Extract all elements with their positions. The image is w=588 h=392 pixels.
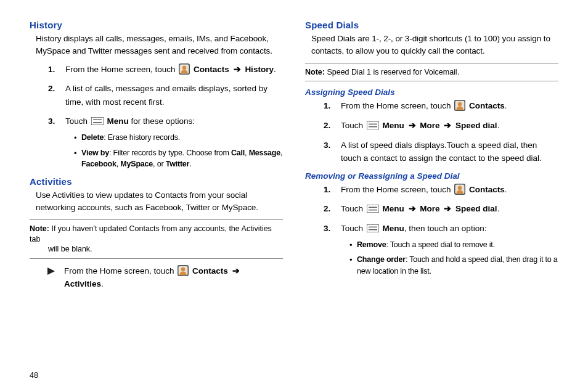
left-column: History History displays all calls, mess…: [30, 20, 283, 290]
removing-steps: From the Home screen, touch Contacts. To…: [330, 183, 558, 277]
option-label: Change order: [357, 255, 406, 264]
history-options: Delete: Erase history records. View by: …: [74, 132, 283, 170]
note-text: Note: If you haven't updated Contacts fr…: [30, 224, 283, 255]
contacts-label: Contacts: [469, 101, 505, 110]
menu-icon: [367, 203, 379, 211]
text-fragment: Touch: [341, 224, 365, 233]
activities-note: Note: If you haven't updated Contacts fr…: [30, 219, 283, 259]
filter-twitter: Twitter: [166, 160, 190, 168]
text-fragment: : Filter records by type. Choose from: [109, 149, 231, 157]
text-fragment: for these options:: [129, 116, 195, 126]
filter-message: Message: [249, 149, 280, 157]
text-fragment: Touch: [65, 116, 90, 126]
history-step-3: Touch Menu for these options: Delete: Er…: [54, 115, 283, 170]
option-label: Remove: [357, 240, 386, 249]
option-viewby: View by: Filter records by type. Choose …: [74, 147, 283, 171]
remove-options: Remove: Touch a speed dial to remove it.…: [349, 239, 558, 277]
activities-heading: Activities: [30, 176, 283, 187]
text-fragment: , then touch an option:: [404, 224, 487, 233]
activities-instruction: From the Home screen, touch Contacts ➔ A…: [47, 265, 283, 290]
note-text: Note: Speed Dial 1 is reserved for Voice…: [305, 67, 558, 78]
remove-step-2: Touch Menu ➔ More ➔ Speed dial.: [330, 202, 558, 216]
text-fragment: , or: [153, 160, 166, 168]
activities-label: Activities: [64, 279, 101, 288]
contacts-label: Contacts: [192, 266, 228, 276]
menu-icon: [91, 116, 104, 124]
history-step-2: A list of calls, messages and emails dis…: [54, 82, 283, 108]
filter-facebook: Facebook: [81, 160, 116, 168]
contacts-icon: [179, 63, 190, 75]
arrow-icon: ➔: [440, 121, 456, 130]
speed-dial-label: Speed dial: [455, 204, 497, 213]
text-fragment: From the Home screen, touch: [64, 266, 176, 276]
speed-note: Note: Speed Dial 1 is reserved for Voice…: [305, 63, 558, 82]
menu-label: Menu: [383, 121, 404, 130]
text-fragment: .: [505, 101, 507, 110]
activities-intro: Use Activities to view updates to Contac…: [36, 189, 283, 214]
menu-label: Menu: [107, 116, 129, 126]
text-fragment: Touch: [341, 204, 365, 213]
option-desc: : Touch a speed dial to remove it.: [386, 240, 494, 249]
text-fragment: From the Home screen, touch: [341, 101, 453, 110]
arrow-icon: ➔: [228, 266, 242, 276]
note-body: If you haven't updated Contacts from any…: [30, 224, 283, 255]
option-label: Delete: [81, 133, 104, 142]
right-column: Speed Dials Speed Dials are 1-, 2-, or 3…: [305, 20, 558, 290]
assign-step-2: Touch Menu ➔ More ➔ Speed dial.: [330, 119, 558, 133]
arrow-icon: ➔: [404, 121, 420, 130]
more-label: More: [420, 121, 439, 130]
more-label: More: [420, 204, 439, 213]
menu-label: Menu: [383, 204, 404, 213]
removing-heading: Removing or Reassigning a Speed Dial: [305, 171, 558, 181]
text-fragment: .: [497, 121, 500, 130]
history-label: History: [245, 65, 274, 74]
contacts-label: Contacts: [469, 185, 505, 194]
arrow-icon: ➔: [440, 204, 456, 213]
note-label: Note:: [305, 68, 327, 76]
contacts-icon: [454, 100, 465, 111]
history-step-1: From the Home screen, touch Contacts ➔ H…: [54, 63, 283, 76]
text-fragment: Touch: [341, 121, 365, 130]
history-steps: From the Home screen, touch Contacts ➔ H…: [54, 63, 283, 171]
menu-label: Menu: [383, 224, 404, 233]
speed-dials-intro: Speed Dials are 1-, 2-, or 3-digit short…: [311, 33, 558, 58]
play-icon: [47, 267, 55, 276]
text-fragment: .: [497, 204, 500, 213]
option-remove: Remove: Touch a speed dial to remove it.: [349, 239, 558, 251]
option-desc: : Erase history records.: [104, 133, 180, 142]
remove-step-1: From the Home screen, touch Contacts.: [330, 183, 558, 197]
arrow-icon: ➔: [404, 204, 420, 213]
contacts-icon: [178, 265, 189, 276]
option-delete: Delete: Erase history records.: [74, 132, 283, 144]
text-fragment: .: [274, 65, 276, 74]
text-fragment: .: [101, 279, 104, 288]
assigning-steps: From the Home screen, touch Contacts. To…: [330, 99, 558, 165]
assign-step-3: A list of speed dials displays.Touch a s…: [330, 139, 558, 165]
option-label: View by: [81, 149, 109, 157]
text-fragment: .: [505, 185, 507, 194]
history-heading: History: [30, 20, 283, 30]
contacts-label: Contacts: [194, 65, 229, 74]
assign-step-1: From the Home screen, touch Contacts.: [330, 99, 558, 113]
instruction-text: From the Home screen, touch Contacts ➔ A…: [64, 265, 283, 290]
speed-dial-label: Speed dial: [455, 121, 497, 130]
filter-call: Call: [231, 149, 245, 157]
page-number: 48: [30, 371, 38, 380]
option-change-order: Change order: Touch and hold a speed dia…: [349, 254, 558, 277]
note-label: Note:: [30, 224, 51, 233]
assigning-heading: Assigning Speed Dials: [305, 88, 558, 97]
text-fragment: ,: [280, 149, 282, 157]
arrow-icon: ➔: [229, 65, 245, 74]
text-fragment: From the Home screen, touch: [341, 185, 453, 194]
filter-myspace: MySpace: [120, 160, 153, 168]
note-body: Speed Dial 1 is reserved for Voicemail.: [327, 68, 459, 76]
menu-icon: [367, 223, 379, 231]
menu-icon: [367, 120, 379, 128]
text-fragment: From the Home screen, touch: [65, 65, 178, 74]
history-intro: History displays all calls, messages, em…: [36, 33, 283, 58]
page-columns: History History displays all calls, mess…: [30, 20, 558, 290]
remove-step-3: Touch Menu, then touch an option: Remove…: [330, 222, 558, 277]
text-fragment: .: [189, 160, 191, 168]
speed-dials-heading: Speed Dials: [305, 20, 558, 30]
contacts-icon: [454, 184, 465, 195]
